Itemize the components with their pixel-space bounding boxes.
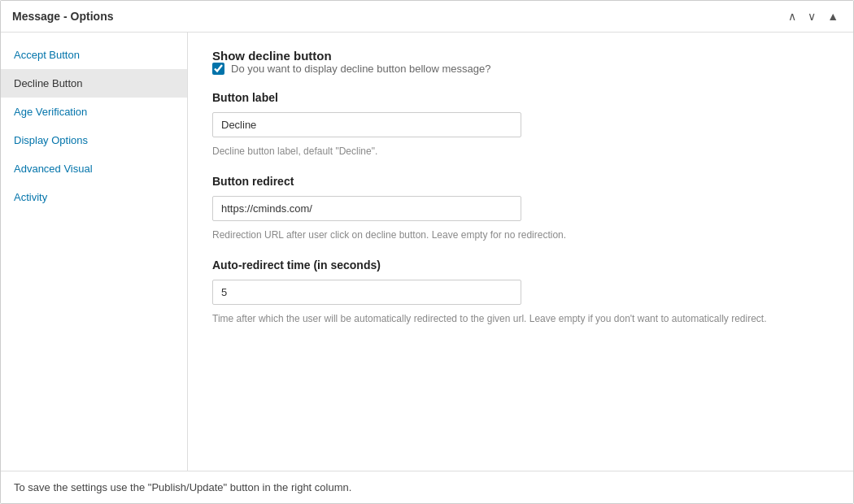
button-label-section: Button label Decline button label, defau…	[212, 91, 829, 159]
show-decline-section: Show decline button Do you want to displ…	[212, 49, 829, 75]
show-decline-title: Show decline button	[212, 49, 332, 63]
options-panel: Message - Options ∧ ∨ ▲ Accept Button De…	[0, 0, 854, 504]
panel-body: Accept Button Decline Button Age Verific…	[1, 33, 853, 471]
collapse-up-button[interactable]: ∧	[785, 9, 800, 24]
show-decline-checkbox-label[interactable]: Do you want to display decline button be…	[231, 63, 490, 75]
sidebar-item-accept-button[interactable]: Accept Button	[1, 41, 187, 69]
main-content: Show decline button Do you want to displ…	[188, 33, 853, 471]
sidebar-item-display-options[interactable]: Display Options	[1, 126, 187, 154]
sidebar: Accept Button Decline Button Age Verific…	[1, 33, 188, 471]
button-label-input[interactable]	[212, 112, 521, 137]
show-decline-checkbox[interactable]	[212, 63, 224, 75]
panel-footer: To save the settings use the "Publish/Up…	[1, 471, 853, 503]
auto-redirect-input[interactable]	[212, 280, 521, 305]
button-label-hint: Decline button label, default "Decline".	[212, 144, 782, 159]
panel-title: Message - Options	[12, 10, 113, 23]
expand-button[interactable]: ▲	[824, 9, 842, 24]
button-redirect-hint: Redirection URL after user click on decl…	[212, 228, 782, 242]
sidebar-item-age-verification[interactable]: Age Verification	[1, 98, 187, 126]
show-decline-checkbox-row: Do you want to display decline button be…	[212, 63, 829, 75]
auto-redirect-title: Auto-redirect time (in seconds)	[212, 259, 829, 272]
button-redirect-input[interactable]	[212, 196, 521, 221]
button-redirect-title: Button redirect	[212, 175, 829, 188]
panel-header: Message - Options ∧ ∨ ▲	[1, 1, 853, 33]
button-label-title: Button label	[212, 91, 829, 104]
collapse-down-button[interactable]: ∨	[804, 9, 819, 24]
sidebar-item-decline-button[interactable]: Decline Button	[1, 69, 187, 98]
button-redirect-section: Button redirect Redirection URL after us…	[212, 175, 829, 242]
auto-redirect-section: Auto-redirect time (in seconds) Time aft…	[212, 259, 829, 326]
auto-redirect-hint: Time after which the user will be automa…	[212, 311, 782, 326]
sidebar-item-activity[interactable]: Activity	[1, 183, 187, 211]
footer-note: To save the settings use the "Publish/Up…	[14, 481, 351, 493]
panel-controls: ∧ ∨ ▲	[785, 9, 842, 24]
sidebar-item-advanced-visual[interactable]: Advanced Visual	[1, 154, 187, 183]
